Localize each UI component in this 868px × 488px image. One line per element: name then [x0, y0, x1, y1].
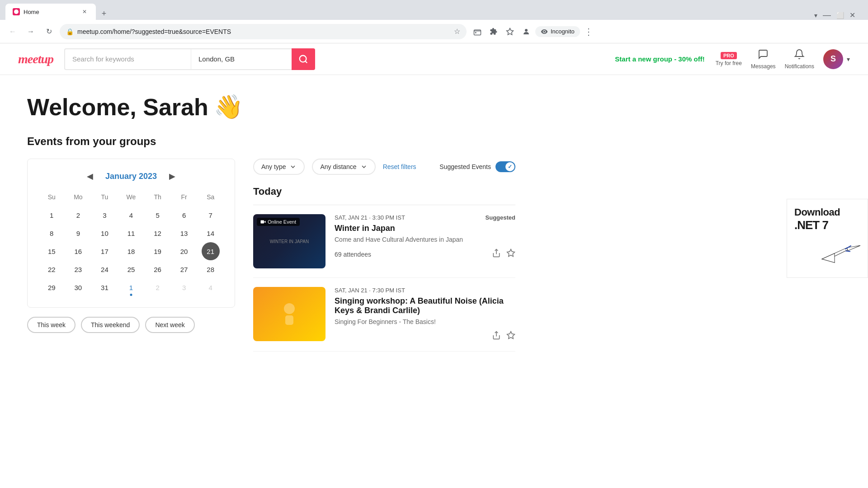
svg-point-2 — [476, 32, 476, 33]
more-menu-button[interactable]: ⋮ — [582, 24, 596, 39]
cal-day-20[interactable]: 20 — [175, 242, 193, 260]
share-button-winter-japan[interactable] — [492, 249, 501, 260]
star-icon-2 — [506, 331, 515, 340]
cal-day-15[interactable]: 15 — [42, 242, 61, 260]
cast-button[interactable] — [470, 24, 485, 39]
meetup-logo[interactable]: meetup — [18, 52, 53, 66]
cal-day-feb-1[interactable]: 1 — [122, 278, 140, 296]
suggested-events-toggle-switch[interactable]: ✓ — [495, 161, 515, 172]
day-header-mo: Mo — [65, 192, 92, 202]
svg-marker-16 — [821, 253, 837, 266]
online-event-badge: Online Event — [257, 218, 300, 226]
cal-day-21-today[interactable]: 21 — [202, 242, 220, 260]
messages-nav-item[interactable]: Messages — [751, 49, 776, 70]
cal-day-18[interactable]: 18 — [122, 242, 140, 260]
incognito-badge[interactable]: Incognito — [535, 26, 580, 37]
maximize-button[interactable]: ⬜ — [836, 12, 844, 19]
bookmark-star-icon[interactable]: ☆ — [454, 27, 460, 36]
cal-day-9[interactable]: 9 — [69, 224, 87, 242]
next-week-filter-button[interactable]: Next week — [145, 317, 194, 333]
type-filter-label: Any type — [261, 163, 286, 170]
cal-day-1[interactable]: 1 — [42, 206, 61, 224]
cal-day-19[interactable]: 19 — [149, 242, 167, 260]
svg-marker-9 — [507, 249, 515, 257]
events-today-label: Today — [253, 186, 515, 197]
pro-nav-item[interactable]: PRO Try for free — [716, 52, 742, 66]
cal-day-11[interactable]: 11 — [122, 224, 140, 242]
cal-day-25[interactable]: 25 — [122, 260, 140, 278]
profile-dropdown-arrow[interactable]: ▾ — [847, 56, 850, 63]
cal-day-31[interactable]: 31 — [95, 278, 113, 296]
back-button[interactable]: ← — [5, 24, 20, 39]
cal-day-8[interactable]: 8 — [42, 224, 61, 242]
cal-day-12[interactable]: 12 — [149, 224, 167, 242]
pro-badge: PRO — [721, 52, 737, 59]
cal-day-7[interactable]: 7 — [202, 206, 220, 224]
new-tab-button[interactable]: + — [98, 7, 110, 20]
bookmark-button[interactable] — [503, 24, 517, 39]
section-title: Events from your groups — [27, 135, 515, 148]
cal-day-2[interactable]: 2 — [69, 206, 87, 224]
reset-filters-button[interactable]: Reset filters — [383, 163, 416, 170]
close-window-button[interactable]: ✕ — [849, 11, 855, 19]
distance-filter-dropdown[interactable]: Any distance — [312, 159, 375, 175]
day-header-tu: Tu — [91, 192, 118, 202]
cal-day-feb-3[interactable]: 3 — [175, 278, 193, 296]
refresh-button[interactable]: ↻ — [42, 24, 56, 39]
share-button-singing-workshop[interactable] — [492, 331, 501, 342]
cal-day-26[interactable]: 26 — [149, 260, 167, 278]
calendar-prev-button[interactable]: ◀ — [84, 170, 96, 183]
cal-day-29[interactable]: 29 — [42, 278, 61, 296]
event-thumbnail-winter-japan[interactable]: WINTER IN JAPAN Online Event — [253, 214, 326, 268]
event-thumbnail-singing-workshop[interactable] — [253, 287, 326, 341]
promo-text[interactable]: Start a new group - 30% off! — [615, 55, 704, 63]
cal-day-6[interactable]: 6 — [175, 206, 193, 224]
forward-button[interactable]: → — [24, 24, 38, 39]
extensions-button[interactable] — [486, 24, 501, 39]
notifications-label: Notifications — [785, 63, 814, 70]
notifications-nav-item[interactable]: Notifications — [785, 49, 814, 70]
search-icon — [298, 54, 308, 64]
toggle-knob: ✓ — [505, 162, 514, 171]
tab-close-button[interactable]: ✕ — [80, 8, 89, 16]
cal-day-28[interactable]: 28 — [202, 260, 220, 278]
cal-day-5[interactable]: 5 — [149, 206, 167, 224]
cal-day-24[interactable]: 24 — [95, 260, 113, 278]
day-header-su: Su — [38, 192, 65, 202]
address-bar[interactable]: 🔒 meetup.com/home/?suggested=true&source… — [60, 24, 467, 39]
this-weekend-filter-button[interactable]: This weekend — [81, 317, 140, 333]
profile-section[interactable]: S ▾ — [823, 49, 850, 69]
location-input[interactable] — [198, 55, 284, 63]
cal-day-22[interactable]: 22 — [42, 260, 61, 278]
minimize-button[interactable]: — — [823, 10, 831, 20]
event-actions-winter-japan — [492, 249, 515, 260]
cal-day-10[interactable]: 10 — [95, 224, 113, 242]
cal-day-13[interactable]: 13 — [175, 224, 193, 242]
profile-browser-button[interactable] — [519, 24, 533, 39]
cal-day-30[interactable]: 30 — [69, 278, 87, 296]
search-submit-button[interactable] — [292, 48, 315, 70]
save-button-winter-japan[interactable] — [506, 249, 515, 260]
search-keyword-input[interactable] — [72, 55, 184, 63]
calendar-next-button[interactable]: ▶ — [166, 170, 179, 183]
cal-day-4[interactable]: 4 — [122, 206, 140, 224]
toggle-check-icon: ✓ — [508, 164, 512, 170]
event-title-singing-workshop[interactable]: Singing workshop: A Beautiful Noise (Ali… — [335, 296, 515, 315]
browser-tab-home[interactable]: Home ✕ — [5, 4, 96, 20]
cal-day-14[interactable]: 14 — [202, 224, 220, 242]
cal-day-3[interactable]: 3 — [95, 206, 113, 224]
type-filter-dropdown[interactable]: Any type — [253, 159, 305, 175]
save-button-singing-workshop[interactable] — [506, 331, 515, 342]
tab-down-arrow[interactable]: ▾ — [814, 12, 817, 19]
suggested-events-toggle: Suggested Events ✓ — [439, 161, 515, 172]
cal-day-feb-4[interactable]: 4 — [202, 278, 220, 296]
cal-day-17[interactable]: 17 — [95, 242, 113, 260]
user-avatar[interactable]: S — [823, 49, 843, 69]
cal-day-23[interactable]: 23 — [69, 260, 87, 278]
messages-icon — [758, 49, 769, 62]
cal-day-27[interactable]: 27 — [175, 260, 193, 278]
cal-day-16[interactable]: 16 — [69, 242, 87, 260]
cal-day-feb-2[interactable]: 2 — [149, 278, 167, 296]
event-title-winter-japan[interactable]: Winter in Japan — [335, 224, 515, 233]
this-week-filter-button[interactable]: This week — [27, 317, 75, 333]
